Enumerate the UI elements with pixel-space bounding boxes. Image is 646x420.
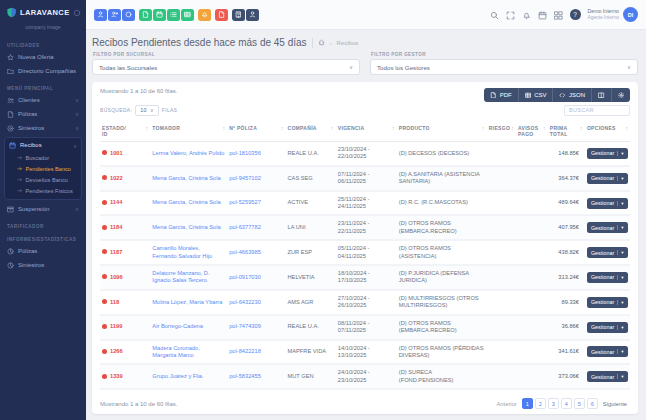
export-json-button[interactable]: JSON xyxy=(553,88,592,102)
gestionar-button[interactable]: Gestionar▾ xyxy=(587,222,628,233)
sidebar-item-recibos[interactable]: Recibos∨ xyxy=(5,139,81,152)
tomador-link[interactable]: Madera Coronado, Margarita Marco xyxy=(152,345,199,358)
column-header-tomador[interactable]: TOMADOR↕ xyxy=(150,122,227,142)
poliza-link[interactable]: pol-6377782 xyxy=(229,224,261,230)
person-button[interactable] xyxy=(246,9,259,21)
maximize-button[interactable] xyxy=(506,6,515,24)
pagination-page-2[interactable]: 2 xyxy=(535,398,546,409)
sidebar-subitem-devueltos-banco[interactable]: Devueltos Banco xyxy=(5,174,81,185)
pagination-next[interactable]: Siguiente xyxy=(603,401,627,407)
sidebar-item-polizas[interactable]: Pólizas∨ xyxy=(0,107,86,121)
export-columns-button[interactable] xyxy=(592,88,612,102)
poliza-link[interactable]: pol-9457102 xyxy=(229,175,261,181)
cell-vigencia: 18/10/2024 - 17/10/2025 xyxy=(336,265,397,290)
person-plus-button[interactable] xyxy=(108,9,121,21)
gestionar-button[interactable]: Gestionar▾ xyxy=(587,173,628,184)
user-menu[interactable]: Demo Interno Agente Interno DI xyxy=(588,7,638,22)
tomador-link[interactable]: Molina López, Marta Ybarra xyxy=(152,299,222,305)
search-button[interactable] xyxy=(490,6,499,24)
sidebar-item-siniestros[interactable]: Siniestros∨ xyxy=(0,121,86,135)
gestionar-button[interactable]: Gestionar▾ xyxy=(587,247,628,258)
poliza-link[interactable]: pol-0917030 xyxy=(229,274,261,280)
gestionar-button[interactable]: Gestionar▾ xyxy=(587,346,628,357)
column-header-producto[interactable]: PRODUCTO↕ xyxy=(397,122,487,142)
breadcrumb-home-icon[interactable] xyxy=(318,39,325,46)
pagination-page-5[interactable]: 5 xyxy=(574,398,585,409)
file-button[interactable] xyxy=(139,9,152,21)
page-size-select[interactable]: 10 ∨ xyxy=(135,105,159,116)
building-button[interactable] xyxy=(232,9,245,21)
tomador-link[interactable]: Mena García, Cristina Sola xyxy=(152,175,220,181)
person-button[interactable] xyxy=(94,9,107,21)
sidebar-item-nueva-oferta[interactable]: Nueva Oferta xyxy=(0,50,86,64)
gestionar-button[interactable]: Gestionar▾ xyxy=(587,297,628,308)
grid-button[interactable] xyxy=(554,6,563,24)
column-header-avisos-pago[interactable]: AVISOS PAGO↕ xyxy=(516,122,548,142)
gestionar-button[interactable]: Gestionar▾ xyxy=(587,371,628,382)
poliza-link[interactable]: pol-5832455 xyxy=(229,373,261,379)
poliza-link[interactable]: pol-7474309 xyxy=(229,323,261,329)
export-csv-button[interactable]: CSV xyxy=(519,88,554,102)
tomador-link[interactable]: Mena García, Cristina Sola xyxy=(152,224,220,230)
poliza-link[interactable]: pol-6432230 xyxy=(229,299,261,305)
brand[interactable]: LARAVANCE xyxy=(0,0,86,21)
gestionar-button[interactable]: Gestionar▾ xyxy=(587,148,628,159)
export-gear-button[interactable] xyxy=(612,88,631,102)
pagination-page-1[interactable]: 1 xyxy=(522,398,533,409)
cell-riesgo xyxy=(487,215,516,240)
table-button[interactable] xyxy=(181,9,194,21)
tomador-link[interactable]: Air Borrego-Cadena xyxy=(152,323,203,329)
calendar-button[interactable] xyxy=(153,9,166,21)
pagination-page-4[interactable]: 4 xyxy=(561,398,572,409)
tomador-link[interactable]: Delatorre Manzano, D. Ignacio Salas Terc… xyxy=(152,270,209,283)
cell-producto: (D) OTROS RAMOS (PÉRDIDAS DIVERSAS) xyxy=(397,340,487,365)
poliza-link[interactable]: pol-1810356 xyxy=(229,150,261,156)
column-header-prima-total[interactable]: PRIMA TOTAL↕ xyxy=(548,122,585,142)
column-header-opciones[interactable]: OPCIONES↕ xyxy=(585,122,630,142)
table-search-input[interactable] xyxy=(564,105,630,116)
arrow-right-icon xyxy=(17,166,23,172)
poliza-link[interactable]: pol-5259527 xyxy=(229,199,261,205)
tomador-link[interactable]: Lerma Valero, Andrés Pulido xyxy=(152,150,224,156)
sidebar-item-siniestros[interactable]: Siniestros xyxy=(0,258,86,272)
sidebar-item-directorio-companias[interactable]: Directorio Compañías xyxy=(0,64,86,78)
bell-button[interactable] xyxy=(198,9,211,21)
card-controls-row: BÚSQUEDA: 10 ∨ FILAS xyxy=(100,105,630,116)
sidebar-section-label: TARIFICADOR xyxy=(7,224,79,229)
sidebar-toggle-icon[interactable] xyxy=(73,9,81,17)
app-root: LARAVANCE company image UTILIDADESNueva … xyxy=(0,0,646,420)
sidebar-subitem-pendientes-fisicos[interactable]: Pendientes Físicos xyxy=(5,185,81,196)
bell-button[interactable] xyxy=(522,6,531,24)
export-pdf-button[interactable]: PDF xyxy=(484,88,519,102)
poliza-link[interactable]: pol-8422218 xyxy=(229,348,261,354)
pagination-prev[interactable]: Anterior xyxy=(497,401,517,407)
poliza-link[interactable]: pol-4663985 xyxy=(229,249,261,255)
tomador-link[interactable]: Mena García, Cristina Sola xyxy=(152,199,220,205)
gestionar-button[interactable]: Gestionar▾ xyxy=(587,272,628,283)
help-button[interactable]: ? xyxy=(570,9,581,20)
sidebar-subitem-pendientes-banco[interactable]: Pendientes Banco xyxy=(5,163,81,174)
sidebar-item-clientes[interactable]: Clientes∨ xyxy=(0,93,86,107)
sidebar-item-polizas[interactable]: Pólizas xyxy=(0,244,86,258)
list-button[interactable] xyxy=(167,9,180,21)
gestionar-button[interactable]: Gestionar▾ xyxy=(587,322,628,333)
sidebar-subitem-buscador[interactable]: Buscador xyxy=(5,152,81,163)
title-divider xyxy=(312,38,313,48)
gestionar-button[interactable]: Gestionar▾ xyxy=(587,198,628,209)
column-header-compania[interactable]: COMPAÑÍA↕ xyxy=(285,122,335,142)
tomador-link[interactable]: Grupo Juárez y Flia. xyxy=(152,373,203,379)
file-button[interactable] xyxy=(215,9,228,21)
calendar-button[interactable] xyxy=(538,6,547,24)
column-header-vigencia[interactable]: VIGENCIA↕ xyxy=(336,122,397,142)
pagination-page-6[interactable]: 6 xyxy=(587,398,598,409)
sidebar-item-label: Pólizas xyxy=(18,248,79,255)
filter-gestor-select[interactable]: Todos los Gestores ∨ xyxy=(370,59,638,75)
column-header-estado-id[interactable]: ESTADO/ ID↕ xyxy=(100,122,150,142)
column-header-riesgo[interactable]: RIESGO↕ xyxy=(487,122,516,142)
filter-sucursal-select[interactable]: Todas las Sucursales ∨ xyxy=(92,59,360,75)
sidebar-item-suspension[interactable]: Suspensión∨ xyxy=(0,202,86,216)
tomador-link[interactable]: Camarillo Morales, Fernando Salvador Hij… xyxy=(152,245,212,258)
column-header-n-poliza[interactable]: Nº PÓLIZA↕ xyxy=(227,122,285,142)
circle-button[interactable] xyxy=(122,9,135,21)
pagination-page-3[interactable]: 3 xyxy=(548,398,559,409)
